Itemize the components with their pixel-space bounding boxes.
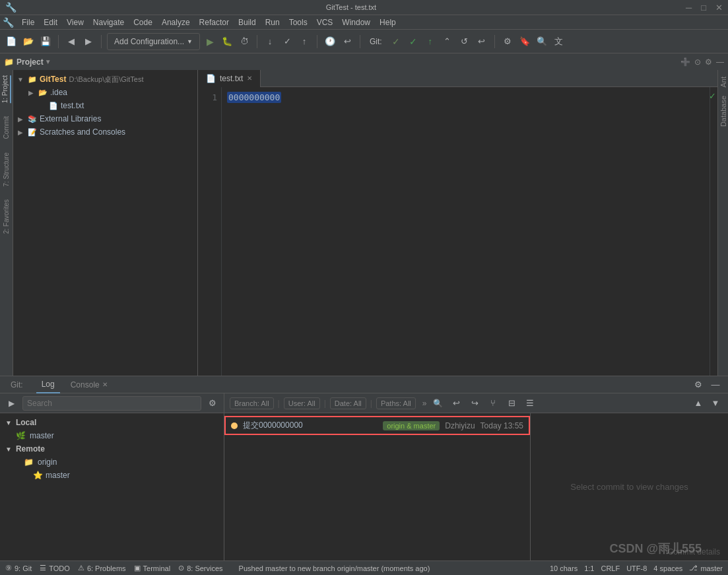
back-btn[interactable]: ◀ [64,34,79,49]
project-settings-icon[interactable]: ⚙ [705,57,712,67]
log-collapse-btn[interactable]: ▲ [691,396,706,411]
new-file-btn[interactable]: 📄 [4,34,18,49]
git-sidebar-settings[interactable]: ⚙ [205,396,220,411]
menu-tools[interactable]: Tools [285,17,312,28]
bottom-tab-console[interactable]: Console ✕ [65,376,113,393]
git-revert-btn[interactable]: ↩ [475,34,489,49]
activity-commit[interactable]: Commit [3,116,10,139]
commit-row-0[interactable]: 提交0000000000 origin & master Dzhiyizu To… [224,416,530,435]
status-position[interactable]: 1:1 [584,564,594,572]
right-panel-ant[interactable]: Ant [718,73,729,92]
status-encoding[interactable]: UTF-8 [626,564,647,572]
run-btn[interactable]: ▶ [203,34,217,49]
tree-testtxt-item[interactable]: 📄 test.txt [13,99,197,112]
menu-code[interactable]: Code [129,17,156,28]
log-search-btn[interactable]: 🔍 [430,396,445,411]
window-controls[interactable]: ─ □ ✕ [686,3,723,13]
forward-btn[interactable]: ▶ [81,34,96,49]
maximize-btn[interactable]: □ [701,3,706,13]
bottom-close-btn[interactable]: — [708,378,723,392]
vcs-update-btn[interactable]: ↓ [263,34,277,49]
git-search-input[interactable] [22,396,201,411]
vcs-push-btn[interactable]: ↑ [297,34,312,49]
status-linesep[interactable]: CRLF [601,564,620,572]
remote-group-header[interactable]: ▼ Remote [0,442,224,456]
menu-help[interactable]: Help [376,17,400,28]
save-btn[interactable]: 💾 [38,34,53,49]
translate-btn[interactable]: 文 [552,34,566,49]
console-close-icon[interactable]: ✕ [102,381,108,388]
git-rollback-btn[interactable]: ↺ [457,34,472,49]
minimize-btn[interactable]: ─ [686,3,692,13]
tree-external-item[interactable]: ▶ 📚 External Libraries [13,112,197,125]
activity-favorites[interactable]: 2: Favorites [3,199,10,234]
debug-btn[interactable]: 🐛 [220,34,234,49]
branch-master-local[interactable]: 🌿 master [0,429,224,442]
editor-content[interactable]: 1 0000000000 ✓ [198,87,717,376]
line-numbers: 1 [198,87,222,376]
profile-btn[interactable]: ⏱ [237,34,251,49]
add-config-button[interactable]: Add Configuration... ▼ [107,33,200,50]
paths-filter-btn[interactable]: Paths: All [376,397,416,409]
status-chars[interactable]: 10 chars [550,564,578,572]
menu-file[interactable]: File [18,17,38,28]
log-redo-btn[interactable]: ↪ [467,396,482,411]
status-todo-item[interactable]: ☰ TODO [40,564,70,572]
revert-btn[interactable]: ↩ [340,34,354,49]
log-filter-btn[interactable]: ⊟ [504,396,519,411]
project-close-icon[interactable]: — [716,57,724,67]
log-branch-view-btn[interactable]: ⑂ [486,396,500,411]
date-filter-btn[interactable]: Date: All [330,397,366,409]
menu-window[interactable]: Window [338,17,374,28]
search-btn[interactable]: 🔍 [535,34,549,49]
open-btn[interactable]: 📂 [21,34,36,49]
right-panel-database[interactable]: Database [718,92,729,131]
status-git-item[interactable]: ⑨ 9: Git [5,564,32,572]
bookmark-btn[interactable]: 🔖 [517,34,532,49]
todo-icon: ☰ [40,564,46,572]
status-services-item[interactable]: ⊙ 8: Services [178,564,222,572]
code-area[interactable]: 0000000000 [222,87,710,376]
project-add-icon[interactable]: ➕ [680,57,690,67]
log-group-btn[interactable]: ☰ [523,396,537,411]
user-filter-btn[interactable]: User: All [284,397,320,409]
branch-filter-btn[interactable]: Branch: All [230,397,274,409]
bottom-settings-btn[interactable]: ⚙ [691,378,706,392]
project-locate-icon[interactable]: ⊙ [694,57,701,67]
menu-refactor[interactable]: Refactor [195,17,233,28]
activity-project[interactable]: 1: Project [1,75,11,103]
vcs-commit-btn[interactable]: ✓ [280,34,294,49]
settings-btn[interactable]: ⚙ [500,34,515,49]
status-terminal-item[interactable]: ▣ Terminal [134,564,171,572]
log-expand-btn[interactable]: ▼ [708,396,723,411]
branch-origin-remote[interactable]: 📁 origin [0,456,224,469]
close-btn[interactable]: ✕ [715,3,723,13]
git-fetch-btn[interactable]: ⌃ [440,34,455,49]
editor-tab-testtxt[interactable]: 📄 test.txt ✕ [198,70,261,87]
git-branch-btn[interactable]: ↑ [423,34,438,49]
menu-navigate[interactable]: Navigate [89,17,128,28]
tree-scratches-item[interactable]: ▶ 📝 Scratches and Consoles [13,125,197,139]
tree-root-item[interactable]: ▼ 📁 GitTest D:\Backup\桌面\GitTest [13,73,197,86]
menu-analyze[interactable]: Analyze [158,17,194,28]
status-indent[interactable]: 4 spaces [653,564,682,572]
vcs-history-btn[interactable]: 🕐 [323,34,337,49]
menu-view[interactable]: View [63,17,88,28]
menu-edit[interactable]: Edit [40,17,61,28]
log-undo-btn[interactable]: ↩ [449,396,463,411]
git-expand-btn[interactable]: ▶ [4,396,18,411]
tree-idea-item[interactable]: ▶ 📂 .idea [13,86,197,99]
git-check-btn[interactable]: ✓ [389,34,403,49]
status-branch[interactable]: ⎇ master [689,564,723,572]
activity-structure[interactable]: 7: Structure [3,152,10,187]
git-checkmark-btn[interactable]: ✓ [406,34,420,49]
status-problems-item[interactable]: ⚠ 6: Problems [78,564,126,572]
branch-master-remote[interactable]: ⭐ master [0,469,224,482]
local-group-header[interactable]: ▼ Local [0,416,224,429]
tab-close-btn[interactable]: ✕ [247,75,252,82]
menu-run[interactable]: Run [261,17,284,28]
bottom-tab-log[interactable]: Log [36,376,60,393]
menu-build[interactable]: Build [234,17,260,28]
status-push-msg: Pushed master to new branch origin/maste… [239,564,430,572]
menu-vcs[interactable]: VCS [313,17,337,28]
